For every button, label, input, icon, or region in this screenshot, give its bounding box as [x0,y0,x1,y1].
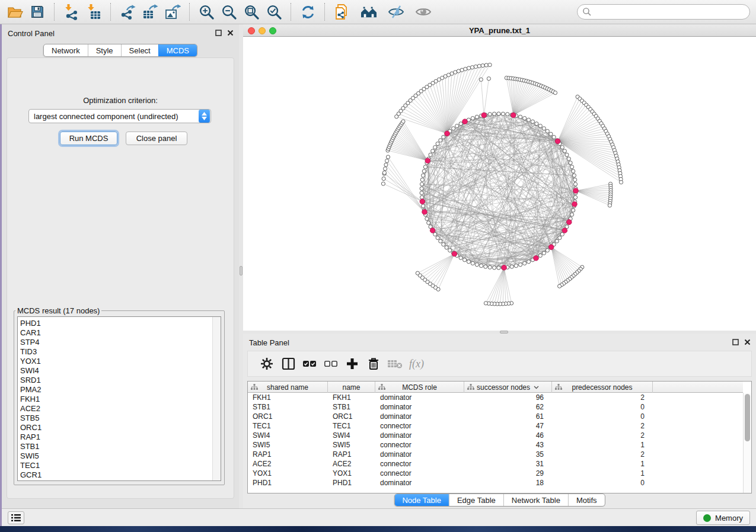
table-cell: 35 [464,450,552,459]
zoom-out-button[interactable] [218,1,240,23]
export-network-button[interactable] [116,1,139,23]
tab-motifs[interactable]: Motifs [568,494,605,506]
birdseye-button[interactable] [412,1,435,23]
application-window: Control Panel NetworkStyleSelectMCDS Opt… [0,0,756,532]
tab-network[interactable]: Network [44,44,88,56]
table-row[interactable]: STB1STB1dominator620 [248,402,743,412]
mcds-result-item[interactable]: PHD1 [18,319,221,328]
optimization-criterion-label: Optimization criterion: [7,96,234,105]
export-table-button[interactable] [139,1,161,23]
table-row[interactable]: RAP1RAP1dominator352 [248,450,743,459]
show-columns-button[interactable] [277,353,299,374]
table-scrollbar[interactable] [743,393,751,493]
mcds-result-item[interactable]: SRD1 [18,376,221,385]
network-canvas[interactable] [243,37,756,331]
close-panel-button[interactable]: Close panel [126,132,187,145]
tab-edge-table[interactable]: Edge Table [449,494,503,506]
delete-table-icon [387,358,403,370]
table-row[interactable]: YOX1YOX1connector291 [248,469,743,478]
mcds-list-scrollbar[interactable] [212,317,221,480]
column-header-predecessor-nodes[interactable]: predecessor nodes [552,382,653,393]
splitter-handle[interactable] [240,266,243,275]
save-session-button[interactable] [26,1,49,23]
column-header-shared-name[interactable]: shared name [248,382,328,393]
import-network-button[interactable] [60,1,82,23]
task-history-button[interactable] [8,511,24,524]
float-panel-icon[interactable] [215,29,222,37]
table-cell: connector [375,469,464,478]
mcds-result-item[interactable]: GCR1 [18,470,221,480]
mcds-result-item[interactable]: CAR1 [18,328,221,338]
list-icon [11,514,21,522]
column-header-successor-nodes[interactable]: successor nodes [464,382,552,393]
mcds-result-item[interactable]: RAP1 [18,432,221,442]
criterion-select[interactable]: largest connected component (undirected) [28,109,211,123]
mcds-result-item[interactable]: YOX1 [18,357,221,366]
table-row[interactable]: FKH1FKH1dominator962 [248,393,743,402]
toolbar-separator [110,3,111,21]
mcds-result-item[interactable]: ORC1 [18,423,221,432]
close-panel-icon[interactable] [227,29,234,37]
control-panel-title: Control Panel [8,29,55,38]
column-header-name[interactable]: name [328,382,375,393]
import-table-button[interactable] [82,1,105,23]
table-row[interactable]: ACE2ACE2connector311 [248,459,743,469]
zoom-fit-button[interactable] [240,1,263,23]
column-header-MCDS-role[interactable]: MCDS role [375,382,464,393]
mcds-result-item[interactable]: FKH1 [18,395,221,404]
table-row[interactable]: PHD1PHD1dominator180 [248,478,743,488]
open-file-button[interactable] [4,1,26,23]
mcds-result-item[interactable]: SWI5 [18,451,221,461]
column-type-icon [555,384,562,390]
table-settings-button[interactable] [256,353,277,374]
tab-mcds[interactable]: MCDS [158,44,197,56]
table-row[interactable]: SWI4SWI4dominator462 [248,431,743,440]
table-scrollbar-thumb[interactable] [745,394,750,441]
zoom-in-button[interactable] [195,1,218,23]
mcds-result-item[interactable]: STP4 [18,338,221,347]
search-field[interactable] [577,4,750,20]
table-row[interactable]: TEC1TEC1connector472 [248,421,743,431]
function-builder-button[interactable]: f(x) [409,358,424,370]
delete-table-button[interactable] [384,353,406,374]
select-all-button[interactable] [299,353,320,374]
mcds-result-item[interactable]: TID3 [18,347,221,357]
tab-style[interactable]: Style [88,44,121,56]
float-panel-icon[interactable] [732,338,739,346]
clone-network-button[interactable] [330,1,353,23]
control-panel-tabs: NetworkStyleSelectMCDS [43,44,197,57]
toolbar-separator [189,3,190,21]
table-cell: YOX1 [248,469,328,478]
mcds-result-item[interactable]: PMA2 [18,385,221,395]
node-table[interactable]: shared namenameMCDS rolesuccessor nodesp… [247,381,752,493]
mcds-result-item[interactable]: ACE2 [18,404,221,414]
tab-node-table[interactable]: Node Table [394,494,449,506]
vertical-splitter[interactable] [239,24,243,508]
zoom-selected-button[interactable] [263,1,285,23]
table-row[interactable]: SWI5SWI5connector431 [248,440,743,450]
close-panel-icon[interactable] [744,338,751,346]
houses-button[interactable] [358,1,380,23]
tab-network-table[interactable]: Network Table [503,494,568,506]
search-input[interactable] [592,8,745,17]
mcds-result-item[interactable]: SWI4 [18,366,221,376]
table-cell: dominator [375,393,464,402]
deselect-all-button[interactable] [320,353,342,374]
tab-select[interactable]: Select [121,44,158,56]
network-view-window: YPA_prune.txt_1 [243,24,756,331]
toggle-style-button[interactable] [385,1,407,23]
memory-button[interactable]: Memory [696,511,750,525]
mcds-result-item[interactable]: STB1 [18,442,221,451]
mcds-result-item[interactable]: TEC1 [18,461,221,470]
export-image-button[interactable] [161,1,184,23]
delete-column-button[interactable] [363,353,384,374]
add-column-button[interactable] [342,353,363,374]
table-cell: dominator [375,402,464,412]
table-cell: ORC1 [328,412,375,421]
refresh-button[interactable] [296,1,319,23]
table-row[interactable]: ORC1ORC1dominator610 [248,412,743,421]
mcds-result-item[interactable]: STB5 [18,414,221,423]
mcds-result-group: MCDS result (17 nodes) PHD1CAR1STP4TID3Y… [14,306,225,485]
run-mcds-button[interactable]: Run MCDS [60,132,117,145]
mcds-result-listbox[interactable]: PHD1CAR1STP4TID3YOX1SWI4SRD1PMA2FKH1ACE2… [17,316,221,481]
